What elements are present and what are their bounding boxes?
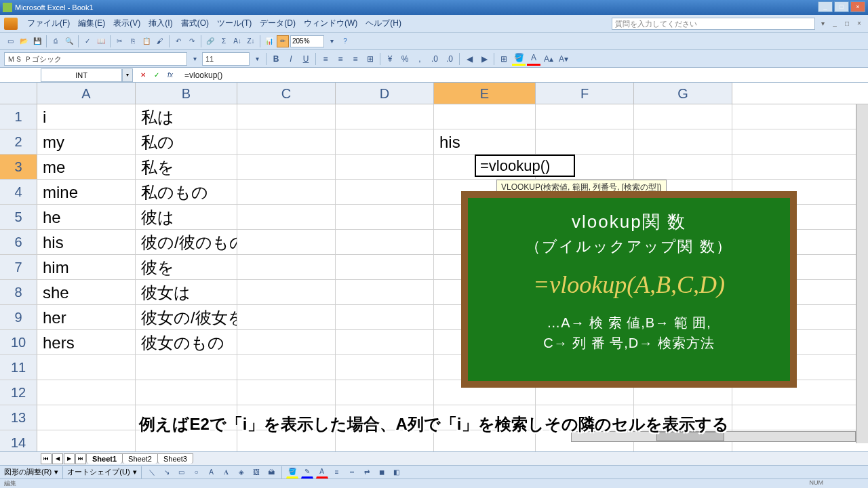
row-header[interactable]: 11 xyxy=(0,355,37,380)
font-size-input[interactable]: 11 xyxy=(202,52,250,66)
zoom-input[interactable]: 205% xyxy=(290,35,324,47)
cell-D10[interactable] xyxy=(336,330,434,354)
line-style-icon[interactable]: ≡ xyxy=(331,466,343,479)
cell-B8[interactable]: 彼女は xyxy=(136,280,237,304)
row-header[interactable]: 8 xyxy=(0,280,37,304)
cell-D8[interactable] xyxy=(336,280,434,304)
cell-A11[interactable] xyxy=(37,355,136,380)
tab-nav-next[interactable]: ▶ xyxy=(64,453,75,464)
dash-style-icon[interactable]: ┅ xyxy=(346,466,358,479)
cell-B4[interactable]: 私のもの xyxy=(136,180,237,204)
cell-B10[interactable]: 彼女のもの xyxy=(136,330,237,354)
increase-decimal-icon[interactable]: .0 xyxy=(428,52,441,66)
cell-D2[interactable] xyxy=(336,129,434,154)
doc-restore-button[interactable]: □ xyxy=(842,19,852,28)
menu-window[interactable]: ウィンドウ(W) xyxy=(300,16,361,30)
fill-icon[interactable]: 🪣 xyxy=(286,466,298,479)
row-header[interactable]: 12 xyxy=(0,380,37,405)
row-header[interactable]: 2 xyxy=(0,129,37,154)
enter-icon[interactable]: ✓ xyxy=(151,69,163,81)
arrow-icon[interactable]: ↘ xyxy=(161,466,173,479)
maximize-button[interactable]: □ xyxy=(834,1,849,12)
row-header[interactable]: 7 xyxy=(0,255,37,279)
hyperlink-icon[interactable]: 🔗 xyxy=(204,35,216,47)
cell-F2[interactable] xyxy=(536,129,634,154)
zoom-dropdown-icon[interactable]: ▾ xyxy=(326,35,338,47)
sheet-tab-3[interactable]: Sheet3 xyxy=(157,453,193,464)
wordart-icon[interactable]: 𝐀 xyxy=(220,466,233,479)
font-name-input[interactable]: ＭＳ Ｐゴシック xyxy=(4,52,187,66)
cell-A4[interactable]: mine xyxy=(37,180,136,204)
font-shrink-icon[interactable]: A▾ xyxy=(557,52,570,66)
close-button[interactable]: × xyxy=(850,1,865,12)
cell-A8[interactable]: she xyxy=(37,280,136,304)
percent-icon[interactable]: % xyxy=(398,52,412,66)
align-left-icon[interactable]: ≡ xyxy=(319,52,332,66)
cell-C9[interactable] xyxy=(237,305,336,329)
cell-D9[interactable] xyxy=(336,305,434,329)
tab-nav-last[interactable]: ⏭ xyxy=(75,453,86,464)
preview-icon[interactable]: 🔍 xyxy=(63,35,75,47)
cell-F1[interactable] xyxy=(536,104,634,129)
cell-B12[interactable] xyxy=(136,380,237,405)
col-header-D[interactable]: D xyxy=(336,83,434,104)
print-icon[interactable]: ⎙ xyxy=(50,35,62,47)
bold-button[interactable]: B xyxy=(269,52,283,66)
cell-C2[interactable] xyxy=(237,129,336,154)
italic-button[interactable]: I xyxy=(284,52,298,66)
cell-C12[interactable] xyxy=(237,380,336,405)
name-box[interactable]: INT xyxy=(41,68,122,82)
decrease-indent-icon[interactable]: ◀ xyxy=(462,52,476,66)
line-icon[interactable]: ＼ xyxy=(146,466,158,479)
cell-B5[interactable]: 彼は xyxy=(136,205,237,229)
row-header[interactable]: 5 xyxy=(0,205,37,229)
vertical-scrollbar[interactable] xyxy=(856,104,868,443)
office-icon[interactable] xyxy=(4,18,18,30)
cut-icon[interactable]: ✂ xyxy=(113,35,125,47)
menu-insert[interactable]: 挿入(I) xyxy=(144,16,176,30)
format-painter-icon[interactable]: 🖌 xyxy=(154,35,166,47)
cell-D12[interactable] xyxy=(336,380,434,405)
cancel-icon[interactable]: ✕ xyxy=(137,69,149,81)
cell-D11[interactable] xyxy=(336,355,434,380)
line-color-icon[interactable]: ✎ xyxy=(301,466,313,479)
row-header[interactable]: 3 xyxy=(0,155,37,179)
cell-A1[interactable]: i xyxy=(37,104,136,129)
autosum-icon[interactable]: Σ xyxy=(218,35,230,47)
doc-close-button[interactable]: × xyxy=(854,19,864,28)
cell-C3[interactable] xyxy=(237,155,336,179)
cell-E1[interactable] xyxy=(434,104,536,129)
cell-C4[interactable] xyxy=(237,180,336,204)
undo-icon[interactable]: ↶ xyxy=(172,35,184,47)
font-color-icon-2[interactable]: A xyxy=(316,466,328,479)
font-grow-icon[interactable]: A▴ xyxy=(542,52,555,66)
clipart-icon[interactable]: 🖼 xyxy=(250,466,262,479)
cell-A6[interactable]: his xyxy=(37,230,136,254)
formula-input[interactable]: =vlookup() xyxy=(180,69,868,81)
spell-icon[interactable]: ✓ xyxy=(81,35,94,47)
increase-indent-icon[interactable]: ▶ xyxy=(477,52,491,66)
cell-A5[interactable]: he xyxy=(37,205,136,229)
cell-A2[interactable]: my xyxy=(37,129,136,154)
cell-G3[interactable] xyxy=(634,155,732,179)
cell-B3[interactable]: 私を xyxy=(136,155,237,179)
comma-icon[interactable]: , xyxy=(413,52,427,66)
underline-button[interactable]: U xyxy=(299,52,313,66)
textbox-icon[interactable]: A xyxy=(205,466,218,479)
diagram-icon[interactable]: ◈ xyxy=(235,466,248,479)
paste-icon[interactable]: 📋 xyxy=(140,35,153,47)
row-header[interactable]: 9 xyxy=(0,305,37,329)
fill-color-icon[interactable]: 🪣 xyxy=(512,52,526,66)
cell-A7[interactable]: him xyxy=(37,255,136,279)
cell-C1[interactable] xyxy=(237,104,336,129)
menu-tools[interactable]: ツール(T) xyxy=(213,16,256,30)
cell-D1[interactable] xyxy=(336,104,434,129)
menu-view[interactable]: 表示(V) xyxy=(109,16,144,30)
font-color-icon[interactable]: A xyxy=(527,52,540,66)
select-all-corner[interactable] xyxy=(0,83,37,104)
row-header[interactable]: 4 xyxy=(0,180,37,204)
cell-A3[interactable]: me xyxy=(37,155,136,179)
col-header-F[interactable]: F xyxy=(536,83,634,104)
dropdown-icon[interactable]: ▾ xyxy=(818,19,827,28)
doc-minimize-button[interactable]: _ xyxy=(830,19,840,28)
